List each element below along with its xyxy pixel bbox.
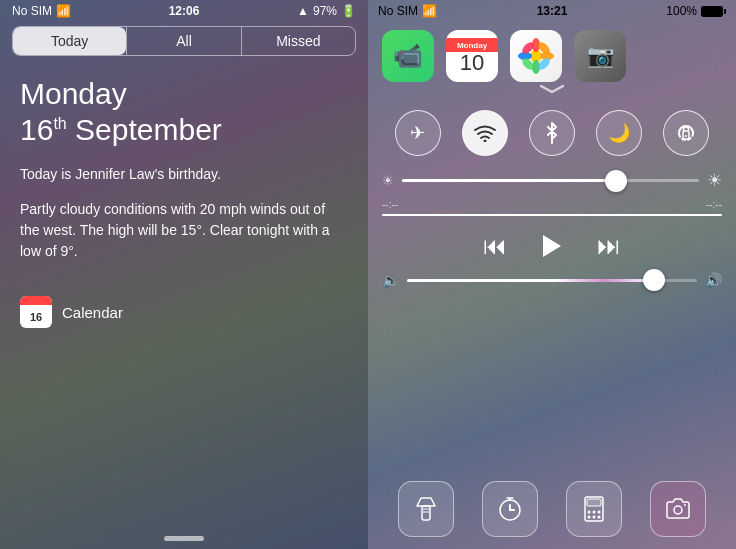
date-month: September xyxy=(67,113,222,146)
flashlight-button[interactable] xyxy=(398,481,454,537)
wifi-button[interactable] xyxy=(462,110,508,156)
calendar-row: 16 Calendar xyxy=(20,276,348,328)
date-sup: th xyxy=(53,115,66,132)
status-bar-right: No SIM 📶 13:21 100% xyxy=(368,0,736,22)
camera-quick-button[interactable] xyxy=(650,481,706,537)
facetime-icon: 📹 xyxy=(393,42,423,70)
chevron-row xyxy=(368,82,736,96)
volume-track[interactable] xyxy=(407,279,697,282)
time-left: 12:06 xyxy=(169,4,200,18)
volume-slider-row: 🔈 🔊 xyxy=(368,268,736,296)
music-time-right: --:-- xyxy=(706,199,722,210)
app-icon-camera[interactable]: 📷 xyxy=(574,30,626,82)
volume-min-icon: 🔈 xyxy=(382,272,399,288)
battery-pct-left: 97% xyxy=(313,4,337,18)
svg-point-32 xyxy=(684,504,686,506)
wifi-icon-left: 📶 xyxy=(56,4,71,18)
control-center-panel: No SIM 📶 13:21 100% 📹 Monday 10 xyxy=(368,0,736,549)
camera-app-icon: 📷 xyxy=(587,43,614,69)
app-icon-facetime[interactable]: 📹 xyxy=(382,30,434,82)
app-icon-calendar[interactable]: Monday 10 xyxy=(446,30,498,82)
svg-point-27 xyxy=(598,511,601,514)
battery-fill xyxy=(702,7,722,16)
svg-point-28 xyxy=(588,516,591,519)
control-buttons-row: ✈ 🌙 xyxy=(368,100,736,166)
brightness-fill xyxy=(402,179,616,182)
bottom-handle-left xyxy=(0,528,368,549)
carrier-left: No SIM xyxy=(12,4,52,18)
weather-text: Partly cloudy conditions with 20 mph win… xyxy=(20,199,348,262)
app-icon-photos[interactable] xyxy=(510,30,562,82)
brightness-thumb xyxy=(605,170,627,192)
tab-all[interactable]: All xyxy=(127,27,240,55)
cal-app-day: 10 xyxy=(460,52,484,74)
brightness-max-icon: ☀ xyxy=(707,170,722,191)
location-icon: ▲ xyxy=(297,4,309,18)
airplane-mode-button[interactable]: ✈ xyxy=(395,110,441,156)
notification-center-panel: No SIM 📶 12:06 ▲ 97% 🔋 Today All Missed … xyxy=(0,0,368,549)
airplane-icon: ✈ xyxy=(410,122,425,144)
svg-point-26 xyxy=(593,511,596,514)
battery-icon-left: 🔋 xyxy=(341,4,356,18)
status-bar-left: No SIM 📶 12:06 ▲ 97% 🔋 xyxy=(0,0,368,22)
status-right-right-group: 100% xyxy=(666,4,726,18)
cal-icon-day: 16 xyxy=(20,305,52,328)
brightness-track[interactable] xyxy=(402,179,699,182)
tab-bar: Today All Missed xyxy=(12,26,356,56)
play-button[interactable] xyxy=(543,235,561,257)
calendar-label-text: Calendar xyxy=(62,304,123,321)
battery-box-right xyxy=(701,6,726,17)
playback-controls-row: ⏮ ⏭ xyxy=(368,224,736,268)
cal-icon-top xyxy=(20,296,52,305)
battery-pct-right: 100% xyxy=(666,4,697,18)
camera-icon xyxy=(665,498,691,520)
svg-point-29 xyxy=(593,516,596,519)
svg-marker-14 xyxy=(417,498,435,506)
music-progress-track[interactable] xyxy=(382,214,722,216)
time-right: 13:21 xyxy=(537,4,568,18)
svg-rect-24 xyxy=(587,499,601,506)
svg-point-9 xyxy=(483,140,486,143)
svg-point-30 xyxy=(598,516,601,519)
do-not-disturb-button[interactable]: 🌙 xyxy=(596,110,642,156)
wifi-icon xyxy=(474,124,496,142)
status-right-left-group: No SIM 📶 xyxy=(378,4,437,18)
volume-fill xyxy=(407,279,654,282)
volume-thumb xyxy=(643,269,665,291)
birthday-text: Today is Jennifer Law's birthday. xyxy=(20,164,348,185)
bluetooth-icon xyxy=(545,122,559,144)
calculator-button[interactable] xyxy=(566,481,622,537)
music-progress-fill xyxy=(382,214,722,216)
brightness-slider-row: ☀ ☀ xyxy=(368,166,736,195)
svg-rect-15 xyxy=(422,506,430,520)
carrier-right: No SIM xyxy=(378,4,418,18)
calendar-icon: 16 xyxy=(20,296,52,328)
tab-today[interactable]: Today xyxy=(13,27,126,55)
calculator-icon xyxy=(583,496,605,522)
handle-bar-left xyxy=(164,536,204,541)
svg-point-31 xyxy=(674,506,682,514)
music-time-left: --:-- xyxy=(382,199,398,210)
svg-point-25 xyxy=(588,511,591,514)
status-right-group-left: ▲ 97% 🔋 xyxy=(297,4,356,18)
brightness-min-icon: ☀ xyxy=(382,173,394,188)
date-line1: Monday xyxy=(20,77,127,110)
timer-button[interactable] xyxy=(482,481,538,537)
rewind-button[interactable]: ⏮ xyxy=(483,232,507,260)
bluetooth-button[interactable] xyxy=(529,110,575,156)
battery-tip xyxy=(724,9,726,14)
battery-body xyxy=(701,6,723,17)
volume-max-icon: 🔊 xyxy=(705,272,722,288)
music-progress-row xyxy=(368,212,736,224)
tab-missed[interactable]: Missed xyxy=(242,27,355,55)
music-time-row: --:-- --:-- xyxy=(368,195,736,212)
utility-buttons-row xyxy=(368,471,736,549)
wifi-icon-right: 📶 xyxy=(422,4,437,18)
date-number: 16 xyxy=(20,113,53,146)
app-icons-row: 📹 Monday 10 📷 xyxy=(368,22,736,86)
date-heading: Monday 16th September xyxy=(20,76,348,148)
svg-point-12 xyxy=(685,135,687,137)
rotation-lock-button[interactable] xyxy=(663,110,709,156)
fast-forward-button[interactable]: ⏭ xyxy=(597,232,621,260)
clock-icon xyxy=(497,496,523,522)
